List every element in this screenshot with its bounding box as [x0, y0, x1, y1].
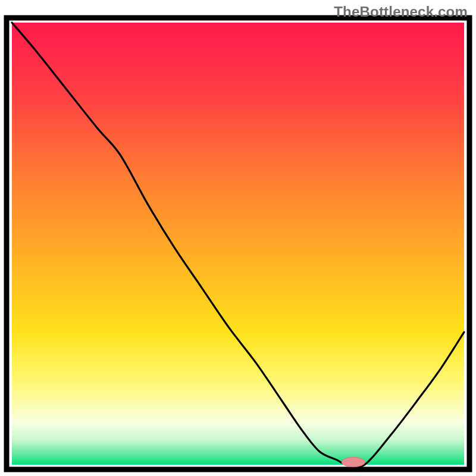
bottleneck-chart — [0, 0, 476, 476]
chart-container: { "watermark": { "text": "TheBottleneck.… — [0, 0, 476, 476]
plot-heat-fill — [12, 23, 464, 465]
watermark-text: TheBottleneck.com — [334, 4, 468, 20]
optimal-marker — [342, 457, 365, 466]
